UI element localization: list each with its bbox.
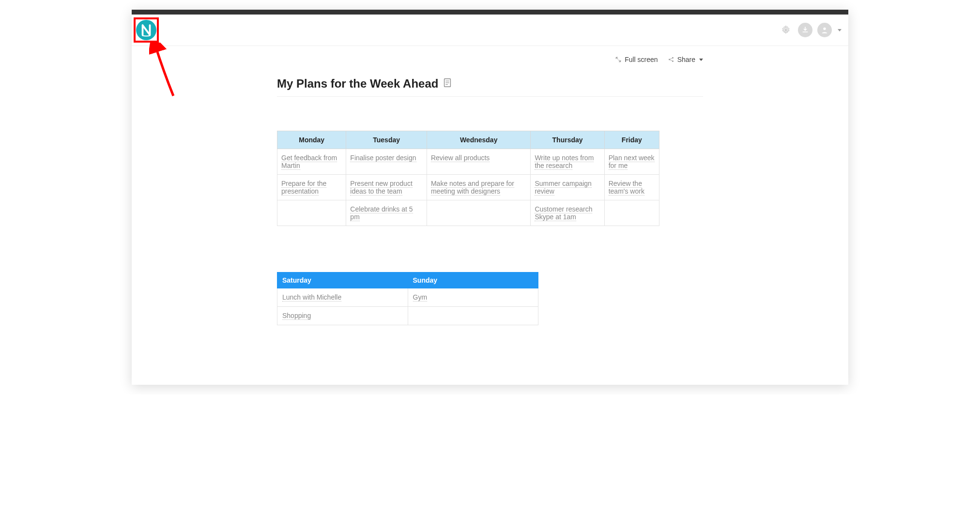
settings-button[interactable] bbox=[779, 23, 793, 37]
user-icon bbox=[821, 26, 828, 34]
task-link[interactable]: Prepare for the presentation bbox=[281, 180, 326, 196]
task-link[interactable]: Review all products bbox=[431, 154, 490, 162]
logo-n-icon bbox=[139, 23, 153, 37]
task-link[interactable]: Lunch with Michelle bbox=[282, 293, 341, 302]
account-button[interactable] bbox=[817, 23, 832, 37]
task-link[interactable]: Gym bbox=[413, 293, 428, 302]
task-link[interactable]: Plan next week for me bbox=[609, 154, 655, 170]
document-title: My Plans for the Week Ahead bbox=[277, 77, 438, 91]
document-title-row: My Plans for the Week Ahead bbox=[277, 67, 703, 97]
task-link[interactable]: Shopping bbox=[282, 312, 311, 320]
weekday-table: Monday Tuesday Wednesday Thursday Friday… bbox=[277, 131, 659, 226]
svg-point-3 bbox=[785, 29, 786, 30]
share-caret-icon bbox=[699, 59, 703, 61]
fullscreen-button[interactable]: Full screen bbox=[615, 56, 658, 63]
table-row: Prepare for the presentation Present new… bbox=[277, 175, 659, 200]
svg-point-5 bbox=[669, 59, 670, 60]
share-button[interactable]: Share bbox=[668, 56, 703, 63]
task-link[interactable]: Present new product ideas to the team bbox=[350, 180, 412, 196]
weekend-table: Saturday Sunday Lunch with Michelle Gym … bbox=[277, 272, 538, 325]
col-wednesday: Wednesday bbox=[427, 131, 530, 149]
svg-point-4 bbox=[823, 28, 826, 30]
table-row: Get feedback from Martin Finalise poster… bbox=[277, 149, 659, 175]
document-container: Full screen Share My Plans for the Week … bbox=[277, 46, 703, 325]
share-label: Share bbox=[677, 56, 695, 63]
tables-section: Monday Tuesday Wednesday Thursday Friday… bbox=[277, 131, 703, 325]
content-scrollarea[interactable]: Full screen Share My Plans for the Week … bbox=[132, 46, 848, 385]
col-sunday: Sunday bbox=[408, 272, 538, 288]
table-row: Shopping bbox=[277, 307, 538, 325]
task-link[interactable]: Review the team's work bbox=[609, 180, 644, 196]
col-tuesday: Tuesday bbox=[346, 131, 427, 149]
download-icon bbox=[801, 26, 809, 34]
window-titlebar bbox=[132, 10, 848, 15]
col-monday: Monday bbox=[277, 131, 346, 149]
col-friday: Friday bbox=[604, 131, 659, 149]
share-icon bbox=[668, 56, 674, 63]
task-link[interactable]: Summer campaign review bbox=[535, 180, 592, 196]
task-link[interactable]: Get feedback from Martin bbox=[281, 154, 337, 170]
app-logo[interactable] bbox=[136, 20, 156, 40]
col-saturday: Saturday bbox=[277, 272, 408, 288]
task-link[interactable]: Celebrate drinks at 5 pm bbox=[350, 205, 413, 221]
app-window: Full screen Share My Plans for the Week … bbox=[132, 10, 848, 385]
table-row: Lunch with Michelle Gym bbox=[277, 288, 538, 307]
fullscreen-label: Full screen bbox=[625, 56, 658, 63]
task-link[interactable]: Make notes and prepare for meeting with … bbox=[431, 180, 514, 196]
header bbox=[132, 15, 848, 46]
svg-point-6 bbox=[672, 57, 674, 59]
task-link[interactable]: Customer research Skype at 1am bbox=[535, 205, 592, 221]
task-link[interactable]: Write up notes from the research bbox=[535, 154, 594, 170]
download-button[interactable] bbox=[798, 23, 812, 37]
table-row: Celebrate drinks at 5 pm Customer resear… bbox=[277, 200, 659, 226]
document-icon bbox=[442, 77, 453, 90]
svg-point-7 bbox=[672, 60, 674, 62]
account-dropdown-caret[interactable] bbox=[838, 29, 842, 31]
document-toolbar: Full screen Share bbox=[277, 46, 703, 67]
gear-icon bbox=[781, 25, 791, 35]
expand-icon bbox=[615, 56, 622, 63]
task-link[interactable]: Finalise poster design bbox=[350, 154, 416, 162]
header-actions bbox=[779, 23, 842, 37]
logo-highlight-box bbox=[134, 17, 159, 43]
col-thursday: Thursday bbox=[531, 131, 604, 149]
